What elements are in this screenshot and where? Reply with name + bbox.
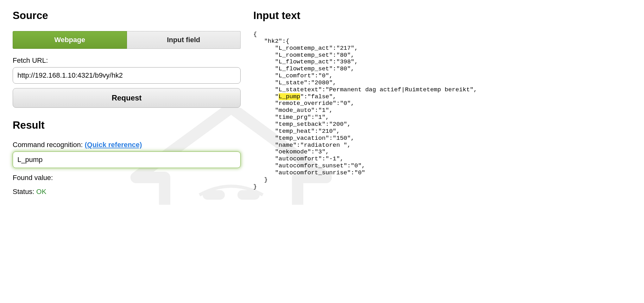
source-tabs: Webpage Input field (13, 31, 241, 49)
command-recognition-label: Command recognition: (Quick reference) (13, 141, 241, 149)
status-line: Status: OK (13, 188, 241, 196)
status-value: OK (36, 188, 47, 196)
input-text-heading: Input text (253, 10, 631, 22)
right-column: Input text { "hk2":{ "L_roomtemp_act":"2… (253, 6, 631, 198)
status-label-text: Status: (13, 188, 36, 196)
request-button[interactable]: Request (13, 88, 241, 108)
input-text-json: { "hk2":{ "L_roomtemp_act":"217", "L_roo… (253, 31, 631, 190)
fetch-url-label: Fetch URL: (13, 56, 241, 65)
tab-webpage[interactable]: Webpage (13, 31, 127, 49)
left-column: Source Webpage Input field Fetch URL: Re… (13, 6, 241, 198)
fetch-url-input[interactable] (13, 67, 241, 84)
cmd-label-text: Command recognition: (13, 141, 85, 149)
command-input[interactable] (13, 152, 241, 168)
found-value-label: Found value: (13, 174, 241, 182)
source-heading: Source (13, 10, 241, 22)
quick-reference-link[interactable]: (Quick reference) (85, 141, 142, 149)
tab-input-field[interactable]: Input field (127, 31, 241, 49)
result-heading: Result (13, 119, 241, 131)
